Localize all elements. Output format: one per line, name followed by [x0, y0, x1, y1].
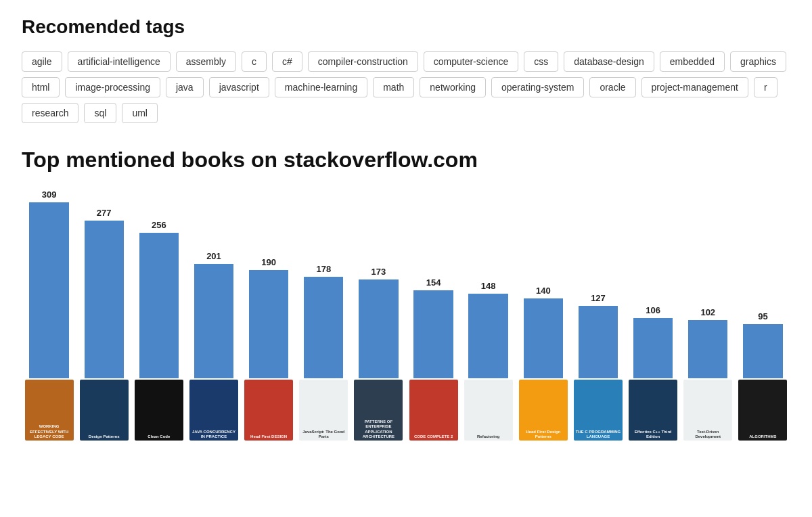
tag-pill[interactable]: research: [22, 103, 78, 123]
tag-pill[interactable]: javascript: [209, 77, 269, 97]
bar-rect: [139, 233, 179, 378]
bar-value: 190: [261, 257, 276, 267]
tag-pill[interactable]: math: [373, 77, 414, 97]
bar-value: 178: [316, 264, 331, 274]
books-title: Top mentioned books on stackoverflow.com: [22, 148, 790, 173]
bar-group: 190: [242, 257, 296, 378]
book-cover-slot: WORKING EFFECTIVELY WITH LEGACY CODE: [22, 378, 76, 442]
bar-value: 140: [536, 286, 551, 296]
bar-rect: [468, 294, 508, 378]
book-cover-image[interactable]: JAVA CONCURRENCY IN PRACTICE: [189, 380, 238, 441]
book-cover-slot: ALGORITHMS: [736, 378, 790, 442]
bar-rect: [688, 320, 727, 378]
tag-pill[interactable]: c#: [272, 51, 302, 72]
book-cover-image[interactable]: Test-Driven Development: [683, 380, 732, 441]
bar-group: 95: [736, 311, 790, 378]
book-cover-image[interactable]: Effective C++ Third Edition: [629, 380, 677, 441]
bar-group: 127: [570, 293, 625, 378]
tag-pill[interactable]: embedded: [660, 51, 725, 72]
tag-pill[interactable]: sql: [84, 103, 116, 123]
bar-rect: [304, 277, 343, 378]
bar-value: 201: [206, 251, 221, 261]
bar-rect: [85, 221, 124, 378]
tags-container: agileartificial-intelligenceassemblycc#c…: [22, 51, 790, 123]
book-cover-slot: Design Patterns: [76, 378, 131, 442]
book-cover-image[interactable]: THE C PROGRAMMING LANGUAGE: [574, 380, 623, 441]
bar-rect: [633, 318, 673, 378]
book-cover-image[interactable]: Head First Design Patterns: [519, 380, 568, 441]
bar-value: 309: [42, 189, 57, 200]
bar-group: 154: [406, 277, 461, 378]
bar-value: 277: [97, 208, 112, 218]
bar-group: 201: [186, 251, 241, 378]
book-cover-slot: PATTERNS OF ENTERPRISE APPLICATION ARCHI…: [351, 378, 406, 442]
book-cover-slot: JAVA CONCURRENCY IN PRACTICE: [186, 378, 241, 442]
book-cover-slot: Clean Code: [131, 378, 186, 442]
book-cover-slot: Head First Design Patterns: [516, 378, 570, 442]
tag-pill[interactable]: css: [524, 51, 558, 72]
bar-group: 178: [296, 264, 351, 378]
bar-group: 256: [131, 220, 186, 378]
tag-pill[interactable]: agile: [22, 51, 62, 72]
books-section: Top mentioned books on stackoverflow.com…: [22, 148, 790, 442]
tag-pill[interactable]: html: [22, 77, 60, 97]
book-cover-image[interactable]: Head First DESIGN: [244, 380, 293, 441]
tag-pill[interactable]: database-design: [564, 51, 654, 72]
bar-rect: [359, 279, 398, 378]
bar-rect: [524, 298, 563, 378]
tag-pill[interactable]: graphics: [730, 51, 786, 72]
tag-pill[interactable]: operating-system: [491, 77, 584, 97]
tag-pill[interactable]: r: [754, 77, 777, 97]
book-cover-slot: JavaScript: The Good Parts: [296, 378, 351, 442]
tag-pill[interactable]: project-management: [641, 77, 748, 97]
bar-group: 140: [516, 286, 570, 378]
book-cover-slot: Effective C++ Third Edition: [626, 378, 681, 442]
book-cover-image[interactable]: CODE COMPLETE 2: [409, 380, 458, 441]
book-cover-image[interactable]: WORKING EFFECTIVELY WITH LEGACY CODE: [25, 380, 74, 441]
bar-rect: [194, 264, 233, 378]
bar-rect: [579, 306, 618, 378]
tags-title: Recomended tags: [22, 16, 790, 38]
book-cover-slot: THE C PROGRAMMING LANGUAGE: [570, 378, 625, 442]
book-cover-slot: Head First DESIGN: [242, 378, 296, 442]
chart-area: 3092772562011901781731541481401271061029…: [22, 189, 790, 378]
bar-group: 173: [351, 267, 406, 378]
book-cover-image[interactable]: PATTERNS OF ENTERPRISE APPLICATION ARCHI…: [354, 380, 403, 441]
tag-pill[interactable]: c: [242, 51, 267, 72]
tag-pill[interactable]: assembly: [176, 51, 236, 72]
bar-rect: [413, 290, 453, 378]
book-cover-image[interactable]: JavaScript: The Good Parts: [299, 380, 348, 441]
book-cover-image[interactable]: ALGORITHMS: [738, 380, 787, 441]
bar-group: 102: [681, 307, 736, 378]
bar-value: 256: [152, 220, 166, 230]
tag-pill[interactable]: networking: [420, 77, 486, 97]
tag-pill[interactable]: oracle: [589, 77, 635, 97]
bar-value: 102: [700, 307, 715, 317]
bar-value: 173: [371, 267, 386, 277]
tag-pill[interactable]: compiler-construction: [308, 51, 418, 72]
tag-pill[interactable]: image-processing: [65, 77, 160, 97]
bar-group: 148: [461, 281, 516, 378]
bar-value: 95: [758, 311, 767, 321]
tag-pill[interactable]: uml: [122, 103, 158, 123]
tag-pill[interactable]: artificial-intelligence: [68, 51, 171, 72]
tag-pill[interactable]: computer-science: [424, 51, 519, 72]
bar-rect: [29, 202, 68, 378]
book-covers: WORKING EFFECTIVELY WITH LEGACY CODEDesi…: [22, 378, 790, 442]
tag-pill[interactable]: java: [166, 77, 204, 97]
book-cover-slot: Test-Driven Development: [681, 378, 736, 442]
book-cover-image[interactable]: Refactoring: [464, 380, 513, 441]
tag-pill[interactable]: machine-learning: [275, 77, 367, 97]
book-cover-slot: CODE COMPLETE 2: [406, 378, 461, 442]
bar-value: 106: [646, 305, 660, 315]
bar-rect: [743, 324, 782, 378]
bar-value: 154: [426, 277, 441, 288]
bar-group: 309: [22, 189, 76, 378]
bar-value: 127: [591, 293, 606, 303]
book-cover-image[interactable]: Design Patterns: [80, 380, 129, 441]
bar-value: 148: [481, 281, 496, 291]
bar-group: 106: [626, 305, 681, 378]
book-cover-image[interactable]: Clean Code: [135, 380, 183, 441]
book-cover-slot: Refactoring: [461, 378, 516, 442]
tags-section: Recomended tags agileartificial-intellig…: [22, 16, 790, 123]
